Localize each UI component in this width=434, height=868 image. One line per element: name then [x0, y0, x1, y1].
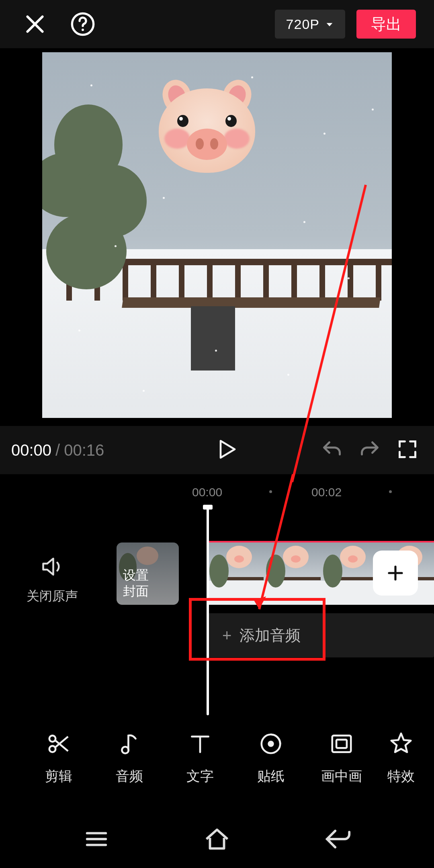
help-button[interactable]: [70, 11, 96, 37]
tool-label: 文字: [186, 767, 214, 786]
tool-label: 音频: [116, 767, 143, 786]
resolution-label: 720P: [286, 16, 319, 32]
svg-rect-10: [332, 735, 351, 752]
current-time: 00:00: [11, 441, 51, 459]
tool-edit[interactable]: 剪辑: [23, 729, 94, 786]
ruler-label-0: 00:00: [192, 485, 222, 499]
play-button[interactable]: [215, 438, 237, 462]
time-separator: /: [55, 441, 60, 459]
tool-text[interactable]: 文字: [165, 729, 235, 786]
nav-back-button[interactable]: [323, 825, 352, 855]
ruler-dot: [389, 490, 392, 493]
tool-label: 特效: [387, 767, 415, 786]
clip-frame: [321, 542, 377, 605]
timeline[interactable]: 00:00 00:02 关闭原声 设置 封面 + 添加音频: [0, 474, 434, 751]
nav-recent-button[interactable]: [82, 825, 111, 855]
ruler-dot: [269, 490, 272, 493]
plus-icon: +: [222, 626, 231, 645]
chevron-down-icon: [325, 16, 334, 32]
undo-button[interactable]: [321, 439, 342, 461]
redo-button[interactable]: [359, 439, 380, 461]
svg-point-9: [268, 741, 274, 747]
pig-sticker: [151, 76, 263, 181]
total-time: 00:16: [64, 441, 104, 459]
preview-pier: [191, 306, 235, 371]
tool-sticker[interactable]: 贴纸: [235, 729, 306, 786]
cover-label-1: 设置: [123, 567, 172, 583]
top-toolbar: 720P 导出: [0, 0, 434, 48]
fullscreen-button[interactable]: [397, 439, 418, 461]
export-label: 导出: [371, 14, 401, 35]
tool-label: 贴纸: [257, 767, 285, 786]
video-preview[interactable]: [42, 52, 392, 418]
svg-point-1: [82, 29, 84, 31]
close-button[interactable]: [22, 11, 48, 37]
text-icon: [188, 729, 213, 758]
clip-frame: [207, 542, 264, 605]
sticker-icon: [258, 729, 283, 758]
add-audio-label: 添加音频: [240, 625, 301, 646]
picture-in-picture-icon: [329, 729, 354, 758]
annotation-arrow: [0, 474, 434, 751]
bottom-toolbar: 剪辑 音频 文字 贴纸 画中画 特效: [0, 715, 434, 800]
cover-label-2: 封面: [123, 583, 172, 599]
scissors-icon: [46, 729, 71, 758]
star-icon: [389, 729, 414, 758]
timeline-ruler: 00:00 00:02: [0, 485, 434, 502]
preview-deck: [122, 297, 381, 308]
clip-frame: [264, 542, 320, 605]
export-button[interactable]: 导出: [356, 10, 416, 39]
set-cover-button[interactable]: 设置 封面: [117, 542, 179, 605]
tool-label: 画中画: [321, 767, 362, 786]
tool-pip[interactable]: 画中画: [306, 729, 377, 786]
resolution-selector[interactable]: 720P: [275, 10, 345, 39]
playhead[interactable]: [207, 506, 209, 715]
add-audio-button[interactable]: + 添加音频: [207, 613, 434, 657]
playback-bar: 00:00 / 00:16: [0, 426, 434, 474]
preview-tree: [42, 104, 151, 313]
tool-label: 剪辑: [45, 767, 72, 786]
ruler-label-1: 00:02: [311, 485, 342, 499]
mute-label: 关闭原声: [0, 588, 104, 605]
nav-home-button[interactable]: [203, 825, 231, 855]
tool-audio[interactable]: 音频: [94, 729, 165, 786]
svg-rect-11: [336, 740, 347, 748]
add-clip-button[interactable]: [373, 551, 418, 596]
music-note-icon: [117, 729, 142, 758]
mute-original-audio[interactable]: 关闭原声: [0, 555, 104, 605]
android-nav-bar: [0, 812, 434, 868]
tool-effects[interactable]: 特效: [377, 729, 425, 786]
